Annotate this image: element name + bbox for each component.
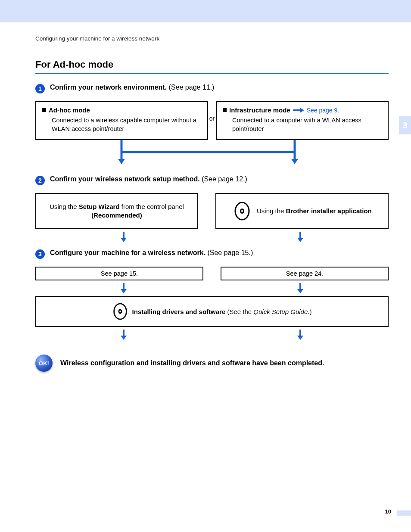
step-2-text: Confirm your wireless network setup meth…: [50, 175, 247, 183]
infra-desc: Connected to a computer with a WLAN acce…: [232, 116, 382, 133]
t: Quick Setup Guide: [253, 308, 308, 315]
step-3-badge: 3: [35, 249, 45, 259]
t: Using the: [257, 207, 286, 215]
cd-icon: [112, 303, 128, 320]
method-installer-box: Using the Brother installer application: [215, 193, 389, 229]
chapter-tab: 3: [399, 116, 411, 134]
step-2: 2 Confirm your wireless network setup me…: [35, 175, 389, 185]
step-3-bold: Configure your machine for a wireless ne…: [50, 249, 206, 256]
cd-icon: [234, 202, 251, 221]
svg-point-5: [119, 311, 121, 312]
arrows-row: [35, 229, 389, 245]
arrow-down-icon: [296, 232, 304, 243]
install-text: Installing drivers and software (See the…: [132, 308, 312, 315]
method-installer-text: Using the Brother installer application: [257, 207, 372, 215]
arrow-right-icon: [293, 108, 304, 113]
svg-point-2: [241, 210, 243, 212]
arrows-row: [35, 327, 389, 342]
adhoc-desc: Connected to a wireless capable computer…: [52, 116, 201, 133]
arrow-down-icon: [120, 232, 128, 243]
arrow-down-icon: [120, 283, 128, 294]
arrows-row: [35, 280, 389, 296]
step-3-text: Configure your machine for a wireless ne…: [50, 249, 253, 257]
step-2-badge: 2: [35, 176, 45, 185]
step-1-text: Confirm your network environment. (See p…: [50, 84, 214, 91]
adhoc-mode-box: Ad-hoc mode Connected to a wireless capa…: [35, 101, 208, 140]
config-boxes: See page 15. See page 24.: [35, 267, 389, 280]
mode-boxes: Ad-hoc mode Connected to a wireless capa…: [35, 101, 389, 140]
infra-link[interactable]: See page 9.: [307, 107, 339, 114]
step-1-badge: 1: [35, 84, 45, 93]
t: Setup Wizard: [79, 203, 120, 210]
step-2-bold: Confirm your wireless network setup meth…: [50, 175, 200, 183]
infra-title: Infrastructure mode: [229, 106, 290, 114]
method-boxes: Using the Setup Wizard from the control …: [35, 193, 389, 229]
top-band: [0, 0, 411, 22]
t: Using the: [50, 203, 79, 210]
flow-merge-arrows-icon: [35, 140, 389, 166]
title-underline: [35, 73, 389, 74]
infra-mode-box: Infrastructure mode See page 9. Connecte…: [216, 101, 389, 140]
arrow-down-icon: [120, 330, 128, 341]
infra-title-row: Infrastructure mode See page 9.: [223, 106, 382, 114]
or-label: or: [209, 115, 215, 122]
install-box: Installing drivers and software (See the…: [35, 296, 389, 327]
step-3-rest: (See page 15.): [206, 249, 253, 256]
ok-text: Wireless configuration and installing dr…: [60, 359, 324, 367]
step-1-rest: (See page 11.): [167, 84, 214, 91]
method-setup-wizard-box: Using the Setup Wizard from the control …: [35, 193, 198, 229]
t: (Recommended): [91, 212, 142, 219]
page-number-bar: [397, 510, 411, 516]
adhoc-title-row: Ad-hoc mode: [42, 106, 201, 114]
ok-badge-icon: OK!: [35, 355, 53, 372]
section-title: For Ad-hoc mode: [35, 59, 389, 70]
adhoc-title: Ad-hoc mode: [49, 106, 90, 114]
t: Installing drivers and software: [132, 308, 226, 315]
step-1-bold: Confirm your network environment.: [50, 84, 167, 91]
page-content: Configuring your machine for a wireless …: [35, 35, 389, 515]
arrow-down-icon: [296, 283, 304, 294]
bullet-icon: [42, 108, 46, 112]
step-1: 1 Confirm your network environment. (See…: [35, 84, 389, 93]
method-setup-wizard-text: Using the Setup Wizard from the control …: [50, 202, 184, 220]
bullet-icon: [223, 108, 227, 112]
config-right-box: See page 24.: [221, 267, 389, 280]
t: (See the: [225, 308, 253, 315]
t: .): [308, 308, 311, 315]
ok-row: OK! Wireless configuration and installin…: [35, 355, 389, 372]
step-2-rest: (See page 12.): [200, 175, 247, 183]
t: from the control panel: [120, 203, 184, 210]
arrow-down-icon: [296, 330, 304, 341]
step-3: 3 Configure your machine for a wireless …: [35, 249, 389, 259]
breadcrumb: Configuring your machine for a wireless …: [35, 35, 389, 42]
t: Brother installer application: [286, 207, 372, 215]
config-left-box: See page 15.: [35, 267, 203, 280]
